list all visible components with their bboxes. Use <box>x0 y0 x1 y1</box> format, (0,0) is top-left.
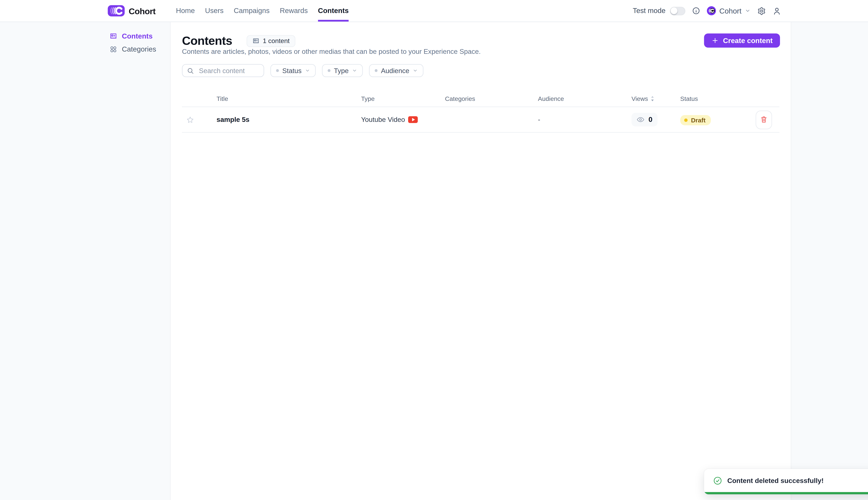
toast-notification: Content deleted successfully! <box>704 469 868 494</box>
col-header-title: Title <box>216 95 361 102</box>
chevron-down-icon <box>305 68 310 73</box>
toggle-knob <box>671 7 677 14</box>
nav-item-users[interactable]: Users <box>200 0 229 22</box>
plus-icon <box>711 37 719 44</box>
favorite-star-icon[interactable] <box>182 116 216 123</box>
toast-body: Content deleted successfully! <box>704 469 868 494</box>
contents-table: Title Type Categories Audience Views Sta… <box>182 90 779 133</box>
top-nav: Cohort Home Users Campaigns Rewards Cont… <box>0 0 868 22</box>
filter-dot <box>375 69 378 72</box>
filter-dot <box>328 69 330 72</box>
contents-small-icon <box>252 37 259 44</box>
status-badge-draft: Draft <box>680 115 710 125</box>
info-icon[interactable] <box>692 7 700 15</box>
brand-name: Cohort <box>129 6 156 16</box>
categories-icon <box>110 45 117 53</box>
page-title: Contents <box>182 34 232 48</box>
col-header-views[interactable]: Views <box>631 95 680 102</box>
cohort-logo-icon <box>107 5 125 16</box>
row-audience: - <box>538 116 631 124</box>
col-header-type: Type <box>361 95 445 102</box>
delete-button[interactable] <box>755 110 772 129</box>
toast-progress-bar <box>704 492 868 494</box>
top-nav-inner: Cohort Home Users Campaigns Rewards Cont… <box>0 0 868 22</box>
table-row[interactable]: sample 5s Youtube Video - 0 <box>182 107 779 133</box>
brand-logo[interactable]: Cohort <box>107 5 156 16</box>
settings-gear-icon[interactable] <box>757 7 766 15</box>
nav-item-rewards[interactable]: Rewards <box>275 0 313 22</box>
org-avatar <box>707 6 716 15</box>
user-icon[interactable] <box>773 7 781 15</box>
status-cell: Draft <box>680 114 748 125</box>
row-title[interactable]: sample 5s <box>216 116 361 124</box>
filter-audience[interactable]: Audience <box>369 64 424 77</box>
col-header-audience: Audience <box>538 95 631 102</box>
sidebar-item-categories[interactable]: Categories <box>110 45 156 54</box>
chevron-down-icon <box>745 8 751 14</box>
page-header: Contents 1 content <box>182 34 791 48</box>
top-nav-right: Test mode <box>633 6 781 15</box>
youtube-icon <box>408 116 418 123</box>
main-panel: Contents 1 content <box>170 22 791 500</box>
filter-status-label: Status <box>282 67 301 75</box>
chevron-down-icon <box>352 68 357 73</box>
create-content-label: Create content <box>723 37 773 45</box>
col-header-status: Status <box>680 95 748 102</box>
col-header-categories: Categories <box>445 95 538 102</box>
trash-icon <box>760 116 767 124</box>
app-root: Cohort Home Users Campaigns Rewards Cont… <box>0 0 868 500</box>
filter-status[interactable]: Status <box>271 64 316 77</box>
nav-item-contents[interactable]: Contents <box>313 0 354 22</box>
org-switcher[interactable]: Cohort <box>707 6 751 15</box>
table-header-row: Title Type Categories Audience Views Sta… <box>182 90 779 107</box>
org-name: Cohort <box>719 7 741 15</box>
search-icon <box>187 67 194 74</box>
primary-nav: Home Users Campaigns Rewards Contents <box>171 0 354 22</box>
content-count-label: 1 content <box>263 37 290 44</box>
status-label: Draft <box>691 117 706 124</box>
success-check-icon <box>713 476 722 485</box>
test-mode-label: Test mode <box>633 7 665 15</box>
test-mode-toggle[interactable] <box>670 7 685 15</box>
views-count: 0 <box>649 116 653 124</box>
toast-message: Content deleted successfully! <box>727 477 824 485</box>
nav-item-home[interactable]: Home <box>171 0 200 22</box>
row-type: Youtube Video <box>361 116 445 124</box>
sidebar-item-label: Categories <box>122 45 156 53</box>
search-input[interactable] <box>198 66 259 75</box>
page-description: Contents are articles, photos, videos or… <box>182 48 791 56</box>
chevron-down-icon <box>413 68 418 73</box>
filter-type[interactable]: Type <box>322 64 363 77</box>
content-count-badge: 1 content <box>246 35 295 47</box>
test-mode-control: Test mode <box>633 7 685 15</box>
eye-icon <box>637 116 644 124</box>
sidebar: Contents Categories <box>110 32 156 54</box>
filter-dot <box>276 69 279 72</box>
search-box <box>182 64 264 77</box>
row-type-label: Youtube Video <box>361 116 405 124</box>
views-pill: 0 <box>631 113 658 126</box>
sidebar-item-label: Contents <box>122 32 152 40</box>
sort-icon[interactable] <box>650 95 655 102</box>
nav-item-campaigns[interactable]: Campaigns <box>229 0 275 22</box>
col-header-views-label: Views <box>631 95 648 102</box>
contents-icon <box>110 32 117 40</box>
filter-type-label: Type <box>334 67 349 75</box>
status-dot <box>684 118 688 122</box>
create-content-button[interactable]: Create content <box>704 34 780 48</box>
filter-bar: Status Type Audience <box>182 64 791 77</box>
sidebar-item-contents[interactable]: Contents <box>110 32 156 41</box>
filter-audience-label: Audience <box>381 67 409 75</box>
